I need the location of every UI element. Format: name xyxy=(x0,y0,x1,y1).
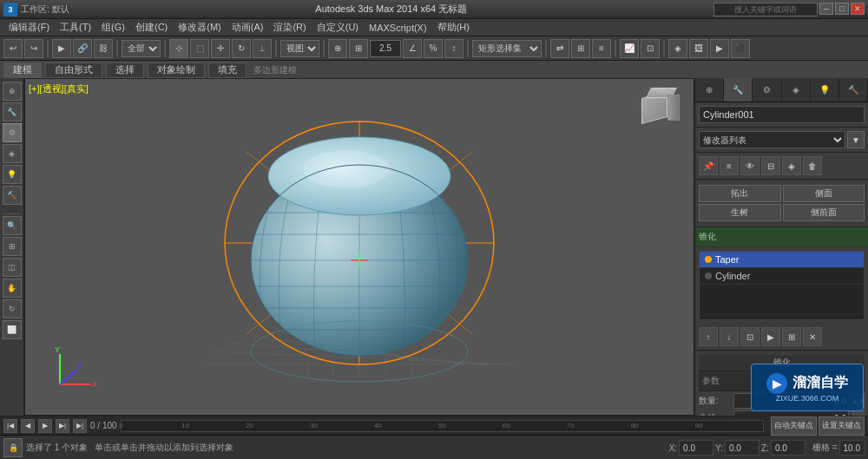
field-of-view-btn[interactable]: ◫ xyxy=(3,258,22,277)
render-setup[interactable]: 🖼 xyxy=(689,39,708,58)
layer-button[interactable]: ≡ xyxy=(592,39,611,58)
zoom-btn[interactable]: 🔍 xyxy=(3,216,22,235)
move-button[interactable]: ✛ xyxy=(211,39,230,58)
menu-animation[interactable]: 动画(A) xyxy=(227,19,269,36)
show-side-button[interactable]: 侧前面 xyxy=(783,204,865,221)
x-value[interactable]: 0.0 xyxy=(679,440,713,456)
modifier-item-cylinder[interactable]: Cylinder xyxy=(700,268,864,285)
menu-create[interactable]: 创建(C) xyxy=(130,19,173,36)
scale-button[interactable]: ⟂ xyxy=(253,39,272,58)
snap-input[interactable]: 2.5 xyxy=(370,40,401,57)
panel-tab-hierarchy[interactable]: ⚙ xyxy=(753,78,781,102)
panel-tab-create[interactable]: ⊕ xyxy=(695,78,724,102)
panel-tab-utilities[interactable]: 🔨 xyxy=(839,78,868,102)
tab-freeform[interactable]: 自由形式 xyxy=(45,62,102,78)
remove-modifier-icon[interactable]: 🗑 xyxy=(803,156,822,175)
spinner-snap[interactable]: ↕ xyxy=(444,39,464,58)
view-select[interactable]: 视图 xyxy=(280,40,319,57)
hierarchy-btn[interactable]: ⚙ xyxy=(3,123,22,142)
menu-modifier[interactable]: 修改器(M) xyxy=(173,19,227,36)
show-base-icon[interactable]: ⊟ xyxy=(761,156,780,175)
menu-maxscript[interactable]: MAXScript(X) xyxy=(364,21,432,35)
viewport[interactable]: [+][透视][真实] xyxy=(24,78,694,416)
tab-populate[interactable]: 填充 xyxy=(208,62,247,78)
menu-render[interactable]: 渲染(R) xyxy=(268,19,311,36)
show-result-icon[interactable]: 👁 xyxy=(740,156,760,175)
unlink-button[interactable]: ⛓ xyxy=(94,39,113,58)
arc-rotate-btn[interactable]: ↻ xyxy=(3,299,22,318)
tab-selection[interactable]: 选择 xyxy=(106,62,144,78)
menu-custom[interactable]: 自定义(U) xyxy=(312,19,364,36)
undo-button[interactable]: ↩ xyxy=(3,39,23,58)
show-button[interactable]: 生树 xyxy=(699,204,781,221)
percent-snap[interactable]: % xyxy=(424,39,443,58)
menu-editor[interactable]: 编辑器(F) xyxy=(3,19,55,36)
pin-icon[interactable]: 📌 xyxy=(699,156,718,175)
mirror-button[interactable]: ⇄ xyxy=(550,39,569,58)
panel-tab-motion[interactable]: ◈ xyxy=(782,78,811,102)
render-button[interactable]: ▶ xyxy=(710,39,729,58)
timeline-track[interactable]: 0 10 20 30 40 50 60 70 80 90 xyxy=(121,420,764,432)
angle-snap[interactable]: ∠ xyxy=(403,39,422,58)
timeline-play-btn[interactable]: ▶ xyxy=(38,419,52,433)
modifier-list-select[interactable]: 修改器列表 xyxy=(699,131,845,148)
navigation-cube[interactable] xyxy=(641,88,685,131)
timeline-next-btn[interactable]: ▶| xyxy=(56,419,69,433)
auto-key-btn[interactable]: 自动关键点 xyxy=(771,416,817,436)
timeline-end-btn[interactable]: ▶| xyxy=(73,419,87,433)
stack-view-icon[interactable]: ≡ xyxy=(720,156,739,175)
delete-icon[interactable]: ✕ xyxy=(803,327,822,346)
modifier-list-arrow[interactable]: ▼ xyxy=(847,131,865,148)
show-end-icon[interactable]: ▶ xyxy=(761,327,780,346)
tab-paintdeform[interactable]: 对象绘制 xyxy=(148,62,205,78)
lock-btn[interactable]: 🔒 xyxy=(3,438,23,457)
selection-filter[interactable]: 全部 xyxy=(122,40,161,57)
modifier-item-taper[interactable]: Taper xyxy=(700,252,864,268)
zoom-all-btn[interactable]: ⊞ xyxy=(3,237,22,256)
menu-help[interactable]: 帮助(H) xyxy=(432,19,475,36)
named-select[interactable]: 矩形选择集 xyxy=(472,40,542,57)
modify-btn[interactable]: 🔧 xyxy=(3,102,22,121)
make-unique-icon[interactable]: ◈ xyxy=(782,156,801,175)
z-value[interactable]: 0.0 xyxy=(771,440,806,456)
create-btn[interactable]: ⊕ xyxy=(3,82,22,101)
select-obj-button[interactable]: ⊹ xyxy=(169,39,188,58)
utilities-btn[interactable]: 🔨 xyxy=(3,186,22,205)
pin-button[interactable]: 拓出 xyxy=(699,185,781,202)
curve-editor[interactable]: 📈 xyxy=(620,39,639,58)
panel-tab-display[interactable]: 💡 xyxy=(811,78,839,102)
min-max-btn[interactable]: ⬜ xyxy=(3,320,22,339)
expand-icon[interactable]: ⊞ xyxy=(782,327,801,346)
y-value[interactable]: 0.0 xyxy=(725,440,760,456)
close-button[interactable]: ✕ xyxy=(851,3,865,15)
menu-group[interactable]: 组(G) xyxy=(96,19,130,36)
redo-button[interactable]: ↪ xyxy=(24,39,43,58)
schematic-view[interactable]: ⊡ xyxy=(641,39,660,58)
object-name-field[interactable] xyxy=(699,106,865,123)
material-editor[interactable]: ◈ xyxy=(668,39,687,58)
minimize-button[interactable]: ─ xyxy=(819,3,833,15)
set-key-btn[interactable]: 设置关键点 xyxy=(819,416,865,436)
pan-btn[interactable]: ✋ xyxy=(3,279,22,298)
select-region-btn[interactable]: ⬚ xyxy=(190,39,209,58)
menu-tools[interactable]: 工具(T) xyxy=(55,19,96,36)
rotate-button[interactable]: ↻ xyxy=(232,39,251,58)
snap-toggle[interactable]: ⊞ xyxy=(349,39,368,58)
align-button[interactable]: ⊞ xyxy=(571,39,590,58)
move-down-icon[interactable]: ↓ xyxy=(720,327,739,346)
timeline-start-btn[interactable]: |◀ xyxy=(3,419,17,433)
search-input[interactable] xyxy=(713,3,818,16)
motion-btn[interactable]: ◈ xyxy=(3,144,22,163)
collapse-icon[interactable]: ⊡ xyxy=(740,327,760,346)
display-btn[interactable]: 💡 xyxy=(3,165,22,184)
maximize-button[interactable]: □ xyxy=(835,3,849,15)
panel-tab-modify[interactable]: 🔧 xyxy=(724,78,753,102)
render-frame[interactable]: ⬛ xyxy=(731,39,750,58)
move-up-icon[interactable]: ↑ xyxy=(699,327,718,346)
select-button[interactable]: ▶ xyxy=(52,39,71,58)
timeline-prev-btn[interactable]: ◀ xyxy=(21,419,35,433)
link-button[interactable]: 🔗 xyxy=(73,39,92,58)
pivot-button[interactable]: ⊕ xyxy=(328,39,347,58)
pin-side-button[interactable]: 侧面 xyxy=(783,185,865,202)
tab-modeling[interactable]: 建模 xyxy=(3,62,42,78)
